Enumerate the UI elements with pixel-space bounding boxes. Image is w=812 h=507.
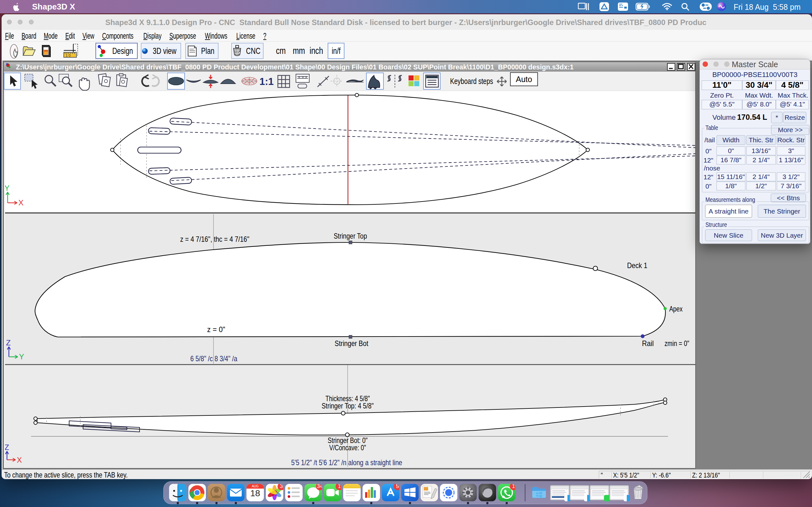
svg-text:Z: Z: [5, 443, 9, 452]
svg-text:z = 0": z = 0": [207, 325, 225, 334]
svg-text:Y: Y: [5, 184, 9, 192]
svg-text:Z: Z: [6, 338, 11, 347]
svg-text:5'5 1/2" /t 5'6 1/2" /n along: 5'5 1/2" /t 5'6 1/2" /n along a straight…: [291, 458, 402, 467]
svg-text:Stringer Top: Stringer Top: [334, 232, 367, 240]
svg-text:V/Concave: 0": V/Concave: 0": [329, 443, 366, 452]
svg-text:zmin = 0": zmin = 0": [664, 339, 689, 348]
svg-text:Deck 1: Deck 1: [627, 261, 647, 270]
svg-text:6 5/8" /c 8 3/4" /a: 6 5/8" /c 8 3/4" /a: [190, 354, 238, 363]
svg-text:1:1: 1:1: [259, 76, 274, 87]
svg-text:1 0: 1 0: [66, 54, 70, 57]
svg-text:Apex: Apex: [669, 304, 682, 313]
svg-text:Rail: Rail: [642, 339, 654, 348]
svg-text:Stringer Top: 4 5/8": Stringer Top: 4 5/8": [322, 401, 374, 410]
svg-text:X: X: [18, 199, 23, 207]
svg-text:z = 4 7/16", thc = 4 7/16": z = 4 7/16", thc = 4 7/16": [180, 235, 249, 243]
svg-text:Stringer Bot: Stringer Bot: [335, 339, 368, 348]
svg-text:X: X: [17, 456, 22, 464]
svg-text:Y: Y: [19, 352, 24, 361]
